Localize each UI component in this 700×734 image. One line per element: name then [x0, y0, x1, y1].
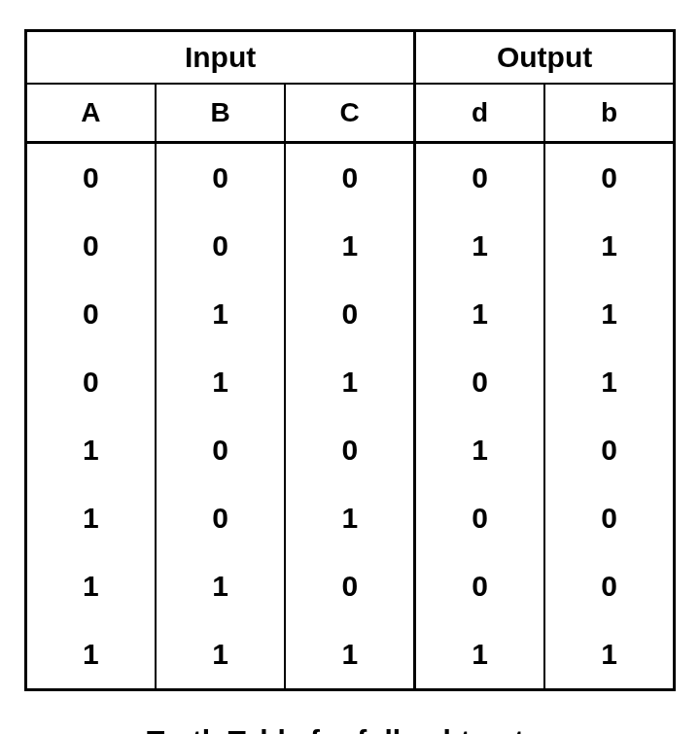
- cell-C: 1: [285, 620, 414, 690]
- cell-A: 0: [26, 280, 156, 348]
- cell-B: 1: [156, 552, 285, 620]
- cell-A: 1: [26, 552, 156, 620]
- cell-b: 0: [544, 416, 674, 484]
- cell-C: 1: [285, 484, 414, 552]
- table-row: 0 0 0 0 0: [26, 143, 675, 213]
- cell-d: 0: [415, 348, 544, 416]
- group-header-row: Input Output: [26, 31, 675, 85]
- cell-b: 1: [544, 212, 674, 280]
- group-header-output: Output: [415, 31, 675, 85]
- cell-B: 1: [156, 620, 285, 690]
- cell-C: 0: [285, 280, 414, 348]
- col-header-d: d: [415, 84, 544, 143]
- cell-B: 0: [156, 212, 285, 280]
- group-header-input: Input: [26, 31, 415, 85]
- col-header-b: b: [544, 84, 674, 143]
- cell-A: 0: [26, 212, 156, 280]
- column-header-row: A B C d b: [26, 84, 675, 143]
- table-row: 0 1 0 1 1: [26, 280, 675, 348]
- col-header-A: A: [26, 84, 156, 143]
- cell-B: 0: [156, 143, 285, 213]
- cell-d: 0: [415, 143, 544, 213]
- cell-B: 0: [156, 416, 285, 484]
- cell-C: 1: [285, 348, 414, 416]
- cell-d: 1: [415, 416, 544, 484]
- cell-b: 1: [544, 348, 674, 416]
- cell-d: 0: [415, 484, 544, 552]
- cell-A: 1: [26, 620, 156, 690]
- cell-d: 1: [415, 620, 544, 690]
- cell-A: 0: [26, 348, 156, 416]
- cell-A: 1: [26, 416, 156, 484]
- cell-d: 1: [415, 212, 544, 280]
- cell-b: 0: [544, 143, 674, 213]
- truth-table-container: Input Output A B C d b 0 0 0 0 0 0 0: [24, 29, 676, 734]
- cell-A: 1: [26, 484, 156, 552]
- cell-C: 0: [285, 552, 414, 620]
- table-row: 1 0 1 0 0: [26, 484, 675, 552]
- cell-A: 0: [26, 143, 156, 213]
- cell-d: 1: [415, 280, 544, 348]
- table-row: 0 0 1 1 1: [26, 212, 675, 280]
- cell-C: 0: [285, 416, 414, 484]
- cell-B: 1: [156, 348, 285, 416]
- cell-C: 1: [285, 212, 414, 280]
- table-body: 0 0 0 0 0 0 0 1 1 1 0 1 0 1 1 0: [26, 143, 675, 690]
- cell-B: 1: [156, 280, 285, 348]
- table-row: 1 1 1 1 1: [26, 620, 675, 690]
- table-caption: Truth Table for full subtractor: [24, 724, 676, 734]
- col-header-C: C: [285, 84, 414, 143]
- cell-b: 0: [544, 552, 674, 620]
- table-row: 1 1 0 0 0: [26, 552, 675, 620]
- table-row: 1 0 0 1 0: [26, 416, 675, 484]
- cell-b: 1: [544, 280, 674, 348]
- cell-B: 0: [156, 484, 285, 552]
- cell-b: 0: [544, 484, 674, 552]
- cell-b: 1: [544, 620, 674, 690]
- col-header-B: B: [156, 84, 285, 143]
- cell-d: 0: [415, 552, 544, 620]
- table-row: 0 1 1 0 1: [26, 348, 675, 416]
- truth-table: Input Output A B C d b 0 0 0 0 0 0 0: [24, 29, 676, 691]
- cell-C: 0: [285, 143, 414, 213]
